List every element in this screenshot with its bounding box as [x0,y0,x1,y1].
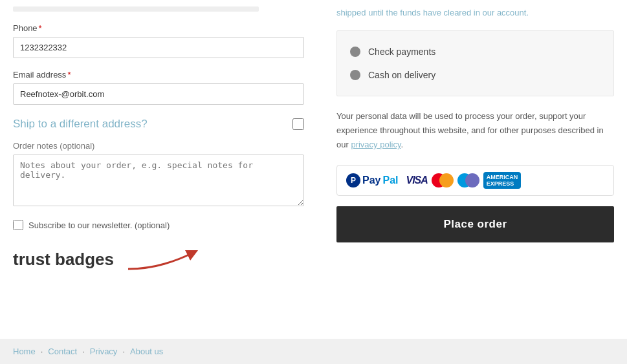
phone-input[interactable] [13,37,304,58]
ship-label-p3: address? [99,118,148,130]
paypal-icon: P PayPal [346,173,398,187]
visa-icon: VISA [406,175,427,186]
order-notes-group: Order notes (optional) [13,141,304,208]
email-input[interactable] [13,83,304,105]
email-required-marker: * [67,70,71,80]
footer-dot-2: · [82,347,85,356]
privacy-policy-link[interactable]: privacy policy [351,140,401,149]
email-label: Email address* [13,70,304,80]
maestro-icon [457,173,479,187]
right-column: shipped until the funds have cleared in … [317,6,627,288]
footer-contact-link[interactable]: Contact [48,347,77,356]
check-payments-option[interactable]: Check payments [350,41,600,62]
funds-cleared-text: shipped until the funds have cleared in … [336,6,614,20]
footer-dot-3: · [122,347,125,356]
footer: Home · Contact · Privacy · About us [0,339,627,364]
mc-right-circle [439,173,454,187]
personal-data-box: Your personal data will be used to proce… [336,109,614,152]
paypal-pay-text: Pay [362,175,380,186]
order-notes-textarea[interactable] [13,155,304,206]
place-order-button[interactable]: Place order [336,206,614,242]
left-column: Phone* Email address* Ship to a differen… [0,6,317,288]
cash-on-delivery-label: Cash on delivery [368,70,435,80]
footer-about-link[interactable]: About us [130,347,163,356]
newsletter-row: Subscribe to our newsletter. (optional) [13,220,304,230]
check-payments-label: Check payments [368,47,435,57]
ship-different-label: Ship to a different address? [13,118,148,131]
trust-badges-logos-box: P PayPal VISA AMERICANEXPRESS [336,165,614,196]
trust-badges-label: trust badges [13,250,114,270]
ship-label-p1: Ship to a [13,118,60,130]
paypal-p-icon: P [346,173,360,187]
page-container: Phone* Email address* Ship to a differen… [0,0,627,364]
progress-bar [13,6,259,12]
phone-required-marker: * [39,23,42,33]
funds-cleared-body: shipped until the funds have cleared in … [336,8,529,17]
phone-field-group: Phone* [13,23,304,58]
trust-badges-area: trust badges [13,243,304,275]
personal-data-text2: . [401,140,403,149]
phone-label: Phone* [13,23,304,33]
email-label-text: Email address [13,70,66,80]
mastercard-icon [432,173,454,187]
payment-methods-box: Check payments Cash on delivery [336,30,614,96]
newsletter-label: Subscribe to our newsletter. (optional) [28,220,170,230]
ship-different-row: Ship to a different address? [13,118,304,131]
cash-on-delivery-option[interactable]: Cash on delivery [350,65,600,85]
check-payments-radio[interactable] [350,47,360,57]
maestro-right-circle [465,173,479,187]
footer-privacy-link[interactable]: Privacy [90,347,118,356]
ship-different-checkbox[interactable] [292,118,304,130]
footer-home-link[interactable]: Home [13,347,36,356]
paypal-pal-text: Pal [382,175,398,186]
email-field-group: Email address* [13,70,304,105]
red-arrow-icon [122,243,199,275]
footer-dot-1: · [41,347,43,356]
phone-label-text: Phone [13,23,38,33]
newsletter-checkbox[interactable] [13,220,23,230]
cash-on-delivery-radio[interactable] [350,70,360,80]
order-notes-label: Order notes (optional) [13,141,304,151]
amex-icon: AMERICANEXPRESS [483,172,522,189]
ship-label-p2: different [60,118,99,130]
